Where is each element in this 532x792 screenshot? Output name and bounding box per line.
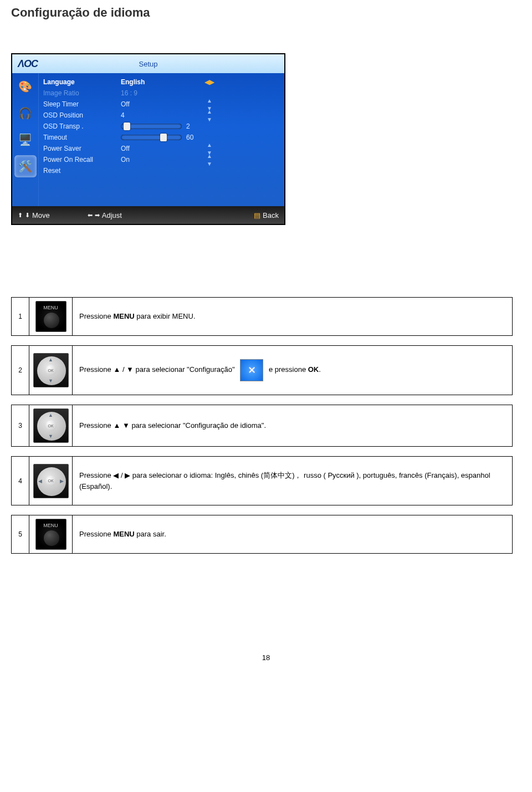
table-row: 2 ▲▼ OK Pressione ▲ / ▼ para selecionar …	[12, 346, 513, 395]
osd-item-label: Timeout	[43, 134, 121, 141]
step-text: Pressione ▲ ▼ para selecionar "Configura…	[73, 405, 513, 447]
osd-sidecat-picture-icon: 🎨	[14, 75, 37, 98]
osd-item-value: 2	[121, 122, 198, 130]
step-text: Pressione ◀ / ▶ para selecionar o idioma…	[73, 457, 513, 505]
osd-footer-back-label: Back	[263, 211, 279, 219]
menu-button-icon: MENU	[35, 519, 66, 550]
osd-item-value: On	[121, 156, 198, 163]
setup-thumbnail-icon	[240, 359, 263, 381]
step-text: Pressione MENU para sair.	[73, 515, 513, 554]
step-number: 3	[12, 405, 29, 447]
down-arrow-icon: ⬇	[25, 212, 30, 219]
right-arrow-icon: ➡	[95, 212, 100, 219]
slider-value: 2	[186, 122, 190, 130]
menu-button-icon: MENU	[35, 301, 66, 332]
table-row: 5 MENU Pressione MENU para sair.	[12, 515, 513, 554]
step-number: 4	[12, 457, 29, 505]
osd-item-indicator-icon: ▲▼	[198, 108, 221, 123]
step-button-cell: MENU	[29, 298, 73, 336]
osd-menu-list: LanguageEnglish◀▶Image Ratio16 : 9Sleep …	[39, 73, 284, 206]
step-button-cell: ◀▶ OK	[29, 457, 73, 505]
osd-sidecat-setup-icon: 🛠️	[14, 155, 37, 177]
step-number: 1	[12, 298, 29, 336]
step-button-cell: ▲▼ OK	[29, 405, 73, 447]
page-title: Configuração de idioma	[11, 6, 521, 20]
osd-footer-adjust-label: Adjust	[102, 211, 122, 219]
osd-item-label: Sleep Timer	[43, 100, 121, 108]
dpad-icon: ▲▼ OK	[33, 408, 69, 443]
osd-item-label: Power On Recall	[43, 156, 121, 163]
slider-track-icon	[121, 135, 182, 140]
osd-body: 🎨 🎧 🖥️ 🛠️ LanguageEnglish◀▶Image Ratio16…	[12, 73, 284, 206]
slider-knob-icon	[124, 122, 130, 130]
osd-footer-move-label: Move	[32, 211, 50, 219]
page-number: 18	[11, 653, 521, 662]
osd-tab-label: Setup	[139, 60, 158, 68]
osd-menu-item: Reset	[43, 165, 284, 176]
osd-item-label: OSD Transp .	[43, 122, 121, 130]
osd-menu-item: Sleep TimerOff▲▼	[43, 99, 284, 110]
step-number: 5	[12, 515, 29, 554]
step-button-cell: MENU	[29, 515, 73, 554]
steps-table: 1 MENU Pressione MENU para exibir MENU. …	[11, 297, 513, 554]
osd-item-value: Off	[121, 145, 198, 152]
osd-item-value: 60	[121, 134, 198, 141]
osd-item-label: Reset	[43, 167, 121, 175]
osd-sidecat-audio-icon: 🎧	[14, 102, 37, 124]
slider-track-icon	[121, 124, 182, 129]
osd-menu-item: LanguageEnglish◀▶	[43, 76, 284, 88]
osd-item-label: Image Ratio	[43, 89, 121, 97]
osd-item-indicator-icon: ◀▶	[198, 78, 221, 86]
slider-value: 60	[186, 134, 193, 141]
dpad-icon: ◀▶ OK	[33, 464, 69, 498]
up-arrow-icon: ⬆	[18, 212, 23, 219]
osd-sidebar: 🎨 🎧 🖥️ 🛠️	[12, 73, 39, 206]
osd-menu-item: OSD Position4▲▼	[43, 110, 284, 121]
osd-footer-adjust: ⬅ ➡ Adjust	[88, 211, 122, 219]
osd-menu-item: Power On RecallOn▲▼	[43, 154, 284, 165]
list-icon: ▤	[254, 211, 260, 219]
osd-footer: ⬆ ⬇ Move ⬅ ➡ Adjust ▤ Back	[12, 206, 284, 224]
osd-item-label: Power Saver	[43, 145, 121, 152]
step-button-cell: ▲▼ OK	[29, 346, 73, 395]
osd-header: ΛOC Setup	[12, 54, 284, 73]
osd-item-label: Language	[43, 78, 121, 86]
osd-sidecat-pc-icon: 🖥️	[14, 129, 37, 151]
osd-item-value: 4	[121, 111, 198, 119]
osd-menu-item: Timeout60	[43, 132, 284, 143]
osd-screenshot: ΛOC Setup 🎨 🎧 🖥️ 🛠️ LanguageEnglish◀▶Ima…	[11, 53, 285, 225]
osd-menu-item: Image Ratio16 : 9	[43, 88, 284, 99]
osd-logo: ΛOC	[18, 58, 38, 70]
osd-item-value: English	[121, 78, 198, 86]
dpad-icon: ▲▼ OK	[33, 353, 69, 387]
step-number: 2	[12, 346, 29, 395]
osd-footer-back: ▤ Back	[254, 211, 279, 219]
osd-item-value: Off	[121, 100, 198, 108]
osd-item-label: OSD Position	[43, 111, 121, 119]
step-text: Pressione MENU para exibir MENU.	[73, 298, 513, 336]
table-row: 4 ◀▶ OK Pressione ◀ / ▶ para selecionar …	[12, 457, 513, 505]
osd-menu-item: Power SaverOff▲▼	[43, 143, 284, 154]
osd-item-indicator-icon: ▲▼	[198, 152, 221, 167]
osd-menu-item: OSD Transp .2	[43, 121, 284, 132]
table-row: 3 ▲▼ OK Pressione ▲ ▼ para selecionar "C…	[12, 405, 513, 447]
step-text: Pressione ▲ / ▼ para selecionar "Configu…	[73, 346, 513, 395]
slider-knob-icon	[160, 134, 167, 141]
table-row: 1 MENU Pressione MENU para exibir MENU.	[12, 298, 513, 336]
osd-footer-move: ⬆ ⬇ Move	[18, 211, 50, 219]
osd-item-value: 16 : 9	[121, 89, 198, 97]
left-arrow-icon: ⬅	[88, 212, 93, 219]
